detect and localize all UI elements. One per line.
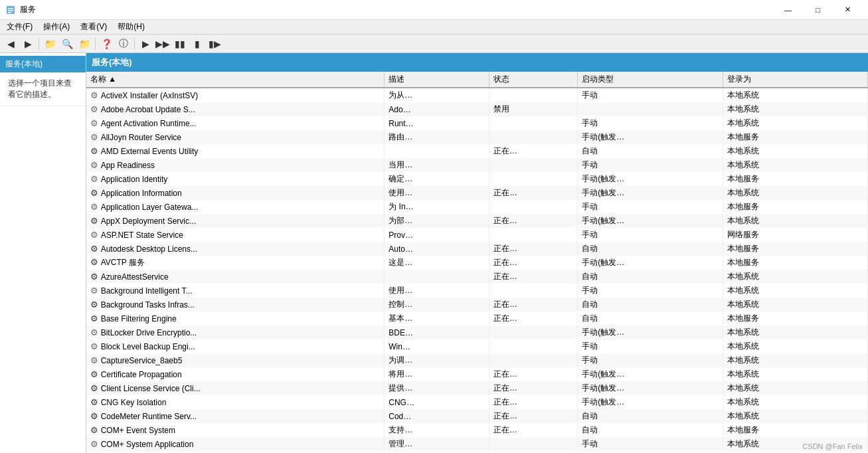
service-status [489,284,577,298]
gear-running-icon: ⚙ [90,257,101,267]
toolbar-sep-3 [134,38,135,50]
table-row[interactable]: ⚙ AzureAttestService正在…自动本地系统 [86,270,868,284]
table-row[interactable]: ⚙ Agent Activation Runtime...Runt…手动本地系统 [86,116,868,130]
table-row[interactable]: ⚙ ASP.NET State ServiceProv…手动网络服务 [86,228,868,242]
service-status [489,172,577,186]
table-row[interactable]: ⚙ Base Filtering Engine基本…正在…自动本地服务 [86,312,868,325]
menu-help[interactable]: 帮助(H) [114,20,149,34]
table-row[interactable]: ⚙ Background Tasks Infras...控制…正在…自动本地系统 [86,298,868,312]
search-button[interactable]: 🔍 [59,37,75,51]
table-row[interactable]: ⚙ CNG Key IsolationCNG…正在…手动(触发…本地系统 [86,395,868,409]
svg-rect-3 [8,12,11,13]
service-name: ⚙ COM+ Event System [86,423,385,437]
service-startup: 自动 [578,409,723,423]
table-row[interactable]: ⚙ AMD External Events Utility正在…自动本地系统 [86,144,868,158]
table-row[interactable]: ⚙ App Readiness当用…手动本地系统 [86,158,868,172]
table-row[interactable]: ⚙ BitLocker Drive Encryptio...BDE…手动(触发…… [86,325,868,339]
service-login: 网络服务 [723,228,867,242]
table-row[interactable]: ⚙ Background Intelligent T...使用…手动本地系统 [86,284,868,298]
service-name: ⚙ ASP.NET State Service [86,228,385,242]
menu-file[interactable]: 文件(F) [3,20,37,34]
table-row[interactable]: ⚙ COM+ System Application管理…手动本地系统 [86,437,868,451]
service-desc: Auto… [385,242,489,256]
table-row[interactable]: ⚙ AppX Deployment Servic...为部…正在…手动(触发…本… [86,214,868,228]
content-area: 服务(本地) 名称 ▲ 描述 状态 启动类型 登录为 ⚙ ActiveX Ins… [86,53,868,453]
service-desc: 管理… [385,437,489,451]
service-status: 禁用 [489,102,577,116]
stop-button[interactable]: ▮ [189,37,205,51]
service-login: 本地系统 [723,395,867,409]
forward-button[interactable]: ▶ [20,37,36,51]
table-row[interactable]: ⚙ Certificate Propagation将用…正在…手动(触发…本地系… [86,367,868,381]
table-row[interactable]: ⚙ Block Level Backup Engi...Win…手动本地系统 [86,339,868,353]
service-name-label: ActiveX Installer (AxInstSV) [101,91,199,100]
col-login[interactable]: 登录为 [723,72,867,88]
service-name: ⚙ Background Tasks Infras... [86,298,385,312]
sidebar-item-services[interactable]: 服务(本地) [0,56,86,72]
table-row[interactable]: ⚙ Application Information使用…正在…手动(触发…本地系… [86,186,868,200]
table-row[interactable]: ⚙ Client License Service (Cli...提供…正在…手动… [86,381,868,395]
table-row[interactable]: ⚙ Application Identity确定…手动(触发…本地服务 [86,172,868,186]
table-row[interactable]: ⚙ ActiveX Installer (AxInstSV)为从…手动本地系统 [86,88,868,102]
maximize-button[interactable]: □ [803,0,833,20]
gear-running-icon: ⚙ [90,369,101,379]
service-status: 正在… [489,423,577,437]
service-name-label: AMD External Events Utility [101,147,199,156]
col-desc[interactable]: 描述 [385,72,489,88]
close-button[interactable]: ✕ [833,0,863,20]
service-startup: 手动 [578,158,723,172]
service-desc: CNG… [385,395,489,409]
menu-view[interactable]: 查看(V) [76,20,111,34]
up-button[interactable]: 📁 [42,37,58,51]
table-row[interactable]: ⚙ AllJoyn Router Service路由…手动(触发…本地服务 [86,130,868,144]
table-row[interactable]: ⚙ CodeMeter Runtime Serv...Cod…正在…自动本地系统 [86,409,868,423]
play-button[interactable]: ▶ [137,37,153,51]
service-login: 本地系统 [723,116,867,130]
info-button[interactable]: ⓘ [116,37,131,51]
service-name: ⚙ Background Intelligent T... [86,284,385,298]
table-row[interactable]: ⚙ AVCTP 服务这是…正在…手动(触发…本地服务 [86,256,868,270]
run-button[interactable]: ▶▶ [155,37,171,51]
folder-button[interactable]: 📁 [76,37,92,51]
col-name[interactable]: 名称 ▲ [86,72,385,88]
table-row[interactable]: ⚙ Adobe Acrobat Update S...Ado…禁用本地系统 [86,102,868,116]
services-table-wrapper[interactable]: 名称 ▲ 描述 状态 启动类型 登录为 ⚙ ActiveX Installer … [86,72,868,453]
sidebar: 服务(本地) 选择一个项目来查看它的描述。 [0,53,86,453]
service-startup: 手动(触发… [578,381,723,395]
service-desc: 为调… [385,353,489,367]
table-row[interactable]: ⚙ Autodesk Desktop Licens...Auto…正在…自动本地… [86,242,868,256]
service-startup: 自动 [578,242,723,256]
menu-bar: 文件(F) 操作(A) 查看(V) 帮助(H) [0,20,868,35]
help-button[interactable]: ❓ [98,37,114,51]
title-bar-left: 服务 [5,4,36,15]
gear-running-icon: ⚙ [90,188,101,198]
service-name-label: Application Identity [101,175,168,184]
col-status[interactable]: 状态 [489,72,577,88]
table-row[interactable]: ⚙ Application Layer Gatewa...为 In…手动本地服务 [86,200,868,214]
service-desc: 确定… [385,172,489,186]
service-desc: 为部… [385,214,489,228]
restart-button[interactable]: ▮▶ [207,37,222,51]
gear-icon: ⚙ [90,202,101,212]
watermark: CSDN @Fan Felix [802,442,863,450]
service-login: 本地系统 [723,367,867,381]
menu-action[interactable]: 操作(A) [39,20,74,34]
service-name: ⚙ AzureAttestService [86,270,385,284]
service-name-label: AVCTP 服务 [101,258,145,267]
service-status [489,353,577,367]
pause-button[interactable]: ▮▮ [172,37,188,51]
minimize-button[interactable]: — [773,0,803,20]
service-name: ⚙ Application Information [86,186,385,200]
service-startup: 手动 [578,88,723,102]
back-button[interactable]: ◀ [3,37,19,51]
table-row[interactable]: ⚙ COM+ Event System支持…正在…自动本地服务 [86,423,868,437]
table-row[interactable]: ⚙ CaptureService_8aeb5为调…手动本地系统 [86,353,868,367]
col-startup[interactable]: 启动类型 [578,72,723,88]
service-login: 本地服务 [723,256,867,270]
service-startup: 手动(触发… [578,214,723,228]
service-desc [385,270,489,284]
service-desc: 路由… [385,130,489,144]
service-login: 本地系统 [723,102,867,116]
gear-running-icon: ⚙ [90,425,101,435]
service-login: 本地服务 [723,172,867,186]
